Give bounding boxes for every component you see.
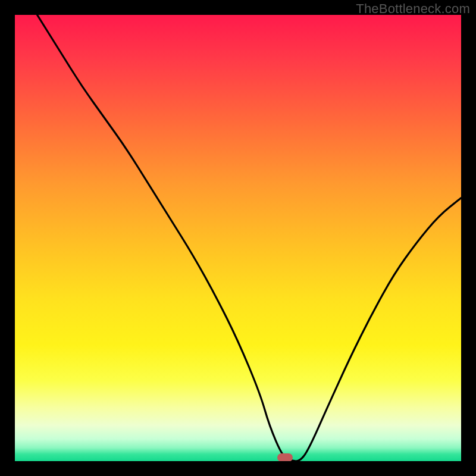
optimal-marker: [277, 453, 293, 461]
chart-frame: TheBottleneck.com: [0, 0, 476, 476]
watermark-text: TheBottleneck.com: [356, 1, 470, 17]
plot-area: [15, 15, 461, 461]
bottleneck-curve-path: [37, 15, 462, 461]
curve-layer: [15, 15, 461, 461]
